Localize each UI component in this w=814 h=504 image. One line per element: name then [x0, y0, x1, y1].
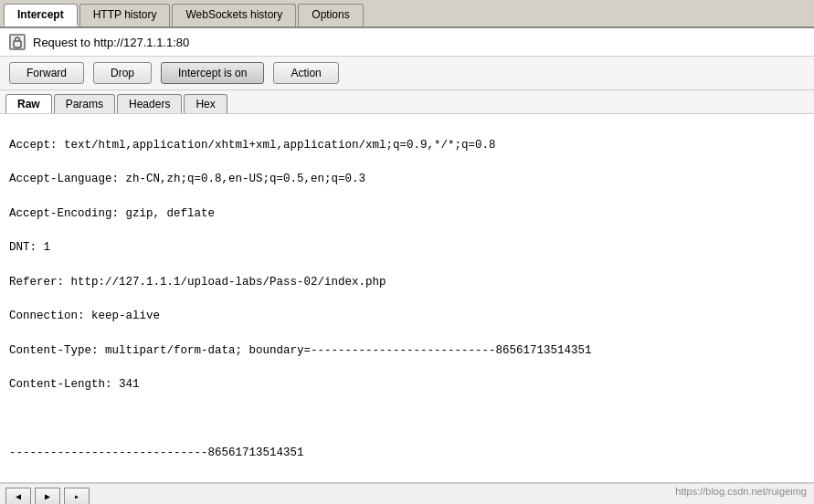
- content-line-9: [9, 411, 805, 428]
- content-line-6: Connection: keep-alive: [9, 308, 805, 325]
- watermark: https://blog.csdn.net/ruigeimg: [675, 486, 807, 497]
- bottom-buttons: ◀ ▶ ▸: [5, 488, 90, 505]
- action-button[interactable]: Action: [273, 62, 338, 84]
- sub-tab-bar: Raw Params Headers Hex: [0, 90, 814, 114]
- bottom-btn-1[interactable]: ◀: [5, 488, 31, 505]
- main-tab-bar: Intercept HTTP history WebSockets histor…: [0, 0, 814, 28]
- bottom-btn-3[interactable]: ▸: [64, 488, 90, 505]
- sub-tab-hex[interactable]: Hex: [184, 94, 227, 113]
- intercept-button[interactable]: Intercept is on: [161, 62, 264, 84]
- drop-button[interactable]: Drop: [93, 62, 152, 84]
- content-line-11-post: ": [469, 481, 476, 483]
- svg-rect-0: [14, 41, 21, 47]
- tab-http-history[interactable]: HTTP history: [79, 4, 171, 26]
- forward-button[interactable]: Forward: [9, 62, 84, 84]
- request-bar: Request to http://127.1.1.1:80: [0, 28, 814, 57]
- lock-icon: [9, 34, 26, 50]
- tab-websockets-history[interactable]: WebSockets history: [172, 4, 296, 26]
- content-line-8: Content-Length: 341: [9, 376, 805, 394]
- content-line-11: Content-Disposition: form-data; name="up…: [9, 479, 805, 483]
- content-line-4: DNT: 1: [9, 239, 805, 257]
- content-line-1: Accept: text/html,application/xhtml+xml,…: [9, 137, 805, 154]
- sub-tab-raw[interactable]: Raw: [5, 94, 52, 113]
- tab-options[interactable]: Options: [298, 4, 363, 26]
- sub-tab-headers[interactable]: Headers: [117, 94, 182, 113]
- content-line-7: Content-Type: multipart/form-data; bound…: [9, 342, 805, 360]
- request-url: Request to http://127.1.1.1:80: [33, 36, 189, 49]
- content-line-5: Referer: http://127.1.1.1/upload-labs/Pa…: [9, 274, 805, 291]
- button-bar: Forward Drop Intercept is on Action: [0, 57, 814, 90]
- bottom-btn-2[interactable]: ▶: [35, 488, 60, 505]
- sub-tab-params[interactable]: Params: [54, 94, 115, 113]
- content-line-2: Accept-Language: zh-CN,zh;q=0.8,en-US;q=…: [9, 171, 805, 188]
- content-line-10: -----------------------------86561713514…: [9, 445, 805, 462]
- content-line-3: Accept-Encoding: gzip, deflate: [9, 205, 805, 223]
- bottom-bar: ◀ ▶ ▸ https://blog.csdn.net/ruigeimg: [0, 483, 814, 504]
- tab-intercept[interactable]: Intercept: [4, 4, 78, 26]
- content-line-11-red: 3.php: [434, 481, 469, 483]
- content-line-11-pre: Content-Disposition: form-data; name="up…: [9, 481, 434, 483]
- content-area[interactable]: Accept: text/html,application/xhtml+xml,…: [0, 114, 814, 483]
